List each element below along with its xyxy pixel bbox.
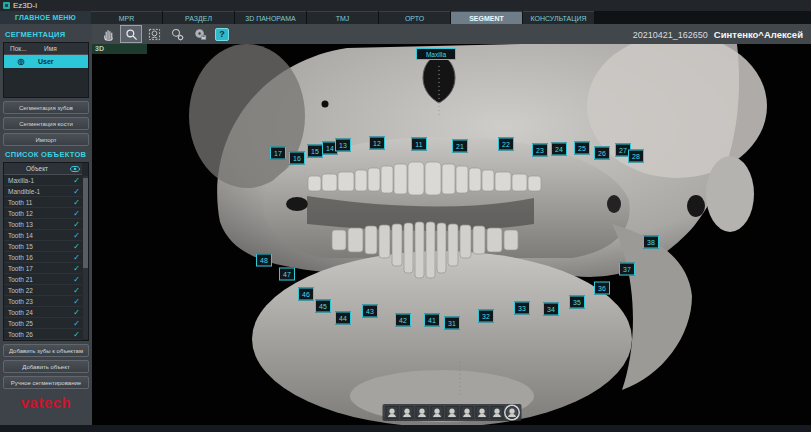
view-preset-button-1[interactable]	[385, 406, 398, 419]
object-row[interactable]: Tooth 11✓	[4, 197, 82, 208]
pan-hand-button[interactable]	[98, 26, 118, 42]
object-checkbox[interactable]: ✓	[73, 264, 82, 273]
export-disc-button[interactable]	[190, 26, 210, 42]
view-preset-button-5[interactable]	[445, 406, 458, 419]
object-row[interactable]: Tooth 16✓	[4, 252, 82, 263]
object-row[interactable]: Maxilla-1✓	[4, 175, 82, 186]
objects-panel-title: СПИСОК ОБЪЕКТОВ	[5, 150, 89, 159]
zoom-magnifier-button[interactable]	[121, 26, 141, 42]
view-preset-button-3[interactable]	[415, 406, 428, 419]
object-checkbox[interactable]: ✓	[73, 319, 82, 328]
tab-segment[interactable]: SEGMENT	[451, 11, 522, 24]
object-checkbox[interactable]: ✓	[73, 330, 82, 339]
view-preset-button-9[interactable]	[505, 406, 518, 419]
object-checkbox[interactable]: ✓	[73, 231, 82, 240]
tab-mpr[interactable]: MPR	[91, 11, 162, 24]
object-name: Tooth 16	[4, 254, 73, 261]
object-row[interactable]: Tooth 21✓	[4, 274, 82, 285]
object-row[interactable]: Tooth 14✓	[4, 230, 82, 241]
tooth-label-17[interactable]: 17	[270, 147, 286, 160]
objects-button[interactable]: Добавить зубы к объектам	[3, 344, 89, 357]
object-checkbox[interactable]: ✓	[73, 187, 82, 196]
tooth-label-32[interactable]: 32	[478, 310, 494, 323]
object-row[interactable]: Tooth 26✓	[4, 329, 82, 340]
tooth-label-21[interactable]: 21	[452, 140, 468, 153]
tooth-label-43[interactable]: 43	[362, 305, 378, 318]
tab-tmj[interactable]: TMJ	[307, 11, 378, 24]
tooth-label-45[interactable]: 45	[315, 300, 331, 313]
help-button[interactable]: ?	[215, 28, 229, 41]
object-checkbox[interactable]: ✓	[73, 242, 82, 251]
tooth-label-12[interactable]: 12	[369, 137, 385, 150]
segmentation-button[interactable]: Импорт	[3, 133, 89, 146]
face-settings-button[interactable]	[167, 26, 187, 42]
segmentation-row-user[interactable]: ◎ User	[4, 55, 88, 68]
object-checkbox[interactable]: ✓	[73, 297, 82, 306]
object-name: Tooth 24	[4, 309, 73, 316]
object-checkbox[interactable]: ✓	[73, 253, 82, 262]
object-row[interactable]: Tooth 23✓	[4, 296, 82, 307]
segmentation-table-header: Пок... Имя	[4, 43, 88, 55]
object-row[interactable]: Tooth 22✓	[4, 285, 82, 296]
tooth-label-13[interactable]: 13	[335, 139, 351, 152]
tab-3d-панорама[interactable]: 3D ПАНОРАМА	[235, 11, 306, 24]
tooth-label-24[interactable]: 24	[551, 143, 567, 156]
tab-консультация[interactable]: КОНСУЛЬТАЦИЯ	[523, 11, 594, 24]
object-name: Tooth 12	[4, 210, 73, 217]
object-row[interactable]: Tooth 15✓	[4, 241, 82, 252]
gear-icon: ◎	[4, 57, 38, 66]
view-preset-button-8[interactable]	[490, 406, 503, 419]
tooth-label-46[interactable]: 46	[298, 288, 314, 301]
tooth-label-33[interactable]: 33	[514, 302, 530, 315]
tooth-label-38[interactable]: 38	[643, 236, 659, 249]
view-preset-button-7[interactable]	[475, 406, 488, 419]
tab-орто[interactable]: ОРТО	[379, 11, 450, 24]
tab-раздел[interactable]: РАЗДЕЛ	[163, 11, 234, 24]
tooth-label-15[interactable]: 15	[307, 145, 323, 158]
tooth-label-25[interactable]: 25	[574, 142, 590, 155]
capture-region-button[interactable]	[144, 26, 164, 42]
patient-info: 20210421_162650Синтенко^Алексей	[633, 29, 803, 40]
objects-scrollbar[interactable]	[83, 176, 88, 339]
view-preset-button-2[interactable]	[400, 406, 413, 419]
home-menu-tab[interactable]: ГЛАВНОЕ МЕНЮ	[0, 11, 91, 24]
object-row[interactable]: Tooth 24✓	[4, 307, 82, 318]
object-checkbox[interactable]: ✓	[73, 198, 82, 207]
object-checkbox[interactable]: ✓	[73, 286, 82, 295]
tooth-label-23[interactable]: 23	[532, 144, 548, 157]
object-checkbox[interactable]: ✓	[73, 220, 82, 229]
tooth-label-31[interactable]: 31	[444, 317, 460, 330]
objects-button[interactable]: Добавить объект	[3, 360, 89, 373]
object-row[interactable]: Tooth 12✓	[4, 208, 82, 219]
tooth-label-48[interactable]: 48	[256, 254, 272, 267]
tooth-label-44[interactable]: 44	[335, 312, 351, 325]
tooth-label-37[interactable]: 37	[619, 263, 635, 276]
tooth-label-26[interactable]: 26	[594, 147, 610, 160]
tooth-label-11[interactable]: 11	[411, 138, 427, 151]
patient-name: Синтенко^Алексей	[714, 29, 803, 40]
object-checkbox[interactable]: ✓	[73, 275, 82, 284]
tooth-label-41[interactable]: 41	[424, 314, 440, 327]
object-row[interactable]: Tooth 13✓	[4, 219, 82, 230]
object-row[interactable]: Mandible-1✓	[4, 186, 82, 197]
tooth-label-35[interactable]: 35	[569, 296, 585, 309]
object-checkbox[interactable]: ✓	[73, 209, 82, 218]
tooth-label-47[interactable]: 47	[279, 268, 295, 281]
object-checkbox[interactable]: ✓	[73, 308, 82, 317]
tooth-label-28[interactable]: 28	[628, 150, 644, 163]
object-row[interactable]: Tooth 17✓	[4, 263, 82, 274]
3d-viewport[interactable]: 3D	[92, 44, 811, 425]
tooth-label-22[interactable]: 22	[498, 138, 514, 151]
view-preset-button-6[interactable]	[460, 406, 473, 419]
object-name: Tooth 15	[4, 243, 73, 250]
segmentation-button[interactable]: Сегментация зубов	[3, 101, 89, 114]
tooth-label-34[interactable]: 34	[543, 303, 559, 316]
tooth-label-16[interactable]: 16	[289, 152, 305, 165]
object-row[interactable]: Tooth 25✓	[4, 318, 82, 329]
objects-button[interactable]: Ручное сегментирование	[3, 376, 89, 389]
segmentation-button[interactable]: Сегментация кости	[3, 117, 89, 130]
view-preset-button-4[interactable]	[430, 406, 443, 419]
tooth-label-36[interactable]: 36	[594, 282, 610, 295]
object-checkbox[interactable]: ✓	[73, 176, 82, 185]
tooth-label-42[interactable]: 42	[395, 314, 411, 327]
